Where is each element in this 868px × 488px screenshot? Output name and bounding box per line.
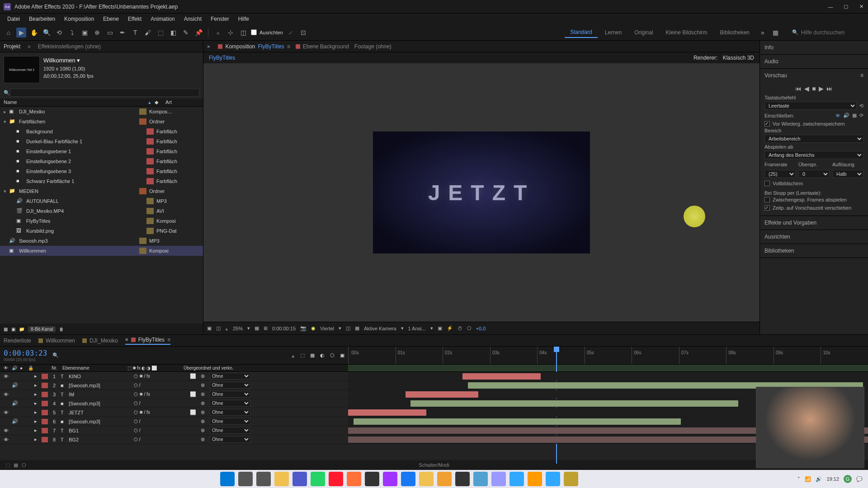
layer-3d-icon[interactable]: ⬜ <box>190 391 199 397</box>
menu-fenster[interactable]: Fenster <box>207 15 233 23</box>
pen-tool[interactable]: ✒ <box>118 28 127 38</box>
color-swatch[interactable] <box>146 168 154 174</box>
parent-select[interactable]: Ohne <box>210 382 250 389</box>
parent-select[interactable]: Ohne <box>210 373 250 380</box>
selection-tool[interactable]: ▶ <box>16 28 26 38</box>
move-time-checkbox[interactable] <box>764 205 770 211</box>
toggle-brainstorm-icon[interactable]: ⬡ <box>22 462 26 468</box>
layer-name[interactable]: BG1 <box>69 428 132 433</box>
toggle-switches-icon[interactable]: ⬚ <box>5 462 10 468</box>
cached-frames-checkbox[interactable] <box>764 197 770 202</box>
resolution-dropdown[interactable]: Viertel <box>320 326 334 331</box>
layer-color-swatch[interactable] <box>42 401 48 406</box>
taskbar-obs-icon[interactable] <box>455 472 470 486</box>
workspace-settings-icon[interactable]: ▦ <box>770 28 780 38</box>
layer-color-swatch[interactable] <box>42 437 48 442</box>
audio-col-icon[interactable]: 🔊 <box>12 366 18 371</box>
layer-name[interactable]: BG2 <box>69 437 132 442</box>
exposure-value[interactable]: +0,0 <box>476 326 486 331</box>
taskbar-ae-icon[interactable] <box>491 472 506 486</box>
play-from-select[interactable]: Anfang des Bereichs <box>764 151 863 159</box>
layer-row[interactable]: 👁▸7TBG1⬡ /⊚Ohne <box>0 426 868 435</box>
eraser-tool[interactable]: ◧ <box>168 28 178 38</box>
layer-audio-icon[interactable]: 🔊 <box>12 400 18 406</box>
project-item[interactable]: 🖼Kursbild.pngPNG-Dat <box>0 226 203 236</box>
pan-behind-tool[interactable]: ⊕ <box>92 28 102 38</box>
panel-libraries[interactable]: Bibliotheken <box>760 246 868 256</box>
switch-3d-icon[interactable]: ⬜ <box>151 366 157 371</box>
switch-modes-toggle[interactable]: Schalter/Modi <box>419 462 449 468</box>
grid-toggle-icon[interactable]: ⊞ <box>264 325 268 331</box>
layer-visibility-icon[interactable]: 👁 <box>4 428 10 433</box>
fast-preview-icon[interactable]: ⚡ <box>447 325 453 331</box>
orbit-tool[interactable]: ⟲ <box>54 28 64 38</box>
taskbar-ai-icon[interactable] <box>528 472 542 486</box>
project-item[interactable]: 🔊AUTOUNFALLMP3 <box>0 196 203 206</box>
layer-row[interactable]: 👁▸3TIM⬡ ✱ / fx⬜⊚Ohne <box>0 390 868 399</box>
composition-viewer[interactable]: JETZT ↖ <box>203 63 760 322</box>
menu-ebene[interactable]: Ebene <box>99 15 123 23</box>
color-swatch[interactable] <box>139 188 146 194</box>
flowchart-icon[interactable]: ⬡ <box>467 325 472 331</box>
tab-project[interactable]: Projekt <box>4 43 20 50</box>
anchor-icon[interactable]: ⊹ <box>226 28 236 38</box>
parent-select[interactable]: Ohne <box>210 427 250 434</box>
solo-col-icon[interactable]: ● <box>20 366 26 371</box>
zoom-chevron-icon[interactable]: ▾ <box>247 325 250 331</box>
res-select[interactable]: Halb <box>832 170 863 178</box>
home-tool[interactable]: ⌂ <box>4 28 14 38</box>
switch-blur-icon[interactable]: ◐ <box>142 366 146 371</box>
transparency-icon[interactable]: ▦ <box>355 325 359 331</box>
ruler-tick[interactable]: 06s <box>632 347 679 364</box>
layer-switches[interactable]: ⬡ ✱ / fx <box>134 374 188 379</box>
close-button[interactable]: ✕ <box>858 4 864 10</box>
taskbar-whatsapp-icon[interactable] <box>311 472 325 486</box>
layer-row[interactable]: 👁▸8TBG2⬡ /⊚Ohne <box>0 435 868 444</box>
ruler-tick[interactable]: 10s <box>821 347 868 364</box>
tray-notifications-icon[interactable]: 💬 <box>856 476 863 482</box>
eye-col-icon[interactable]: 👁 <box>4 366 10 371</box>
breadcrumb[interactable]: FlyByTitles <box>209 55 235 61</box>
zoom-dropdown[interactable]: 25% <box>233 326 243 331</box>
layer-switches[interactable]: ⬡ / <box>134 419 188 424</box>
layer-name[interactable]: IM <box>69 392 132 397</box>
puppet-tool[interactable]: 📌 <box>193 28 203 38</box>
taskbar-app2-icon[interactable] <box>437 472 452 486</box>
color-swatch[interactable] <box>146 138 154 145</box>
parent-select[interactable]: Ohne <box>210 436 250 443</box>
tab-effect-settings[interactable]: Effekteinstellungen (ohne) <box>38 43 101 50</box>
switch-shy-icon[interactable]: ⬚ <box>127 366 132 371</box>
taskbar-notepad-icon[interactable] <box>473 472 488 486</box>
taskbar-explorer-icon[interactable] <box>274 472 289 486</box>
last-frame-button[interactable]: ⏭ <box>826 85 833 92</box>
toggle-mask-icon[interactable]: ◫ <box>216 325 221 331</box>
close-tab-icon[interactable]: × <box>125 337 128 343</box>
layer-expand-icon[interactable]: ▸ <box>34 436 40 442</box>
comp-tab[interactable]: Komposition FlyByTitles ≡ <box>218 43 290 50</box>
color-swatch[interactable] <box>146 178 154 184</box>
project-item[interactable]: ■Einstellungsebene 1Farbfläch <box>0 146 203 156</box>
ruler-tick[interactable]: 03s <box>490 347 538 364</box>
taskbar-facebook-icon[interactable] <box>401 472 415 486</box>
roi-icon[interactable]: ◫ <box>346 325 350 331</box>
layer-expand-icon[interactable]: ▸ <box>34 373 40 379</box>
pickwhip-icon[interactable]: ⊚ <box>201 418 208 424</box>
timeline-icon[interactable]: ⏱ <box>458 326 462 331</box>
layer-visibility-icon[interactable]: 👁 <box>4 437 10 442</box>
timeline-tab[interactable]: Renderliste <box>4 338 31 344</box>
lock-col-icon[interactable]: 🔒 <box>28 366 34 371</box>
workspace-bibliotheken[interactable]: Bibliotheken <box>715 28 755 38</box>
project-item[interactable]: ■Einstellungsebene 2Farbfläch <box>0 156 203 166</box>
ruler-tick[interactable]: 01s <box>396 347 443 364</box>
pickwhip-icon[interactable]: ⊚ <box>201 436 208 442</box>
pickwhip-icon[interactable]: ⊚ <box>201 400 208 406</box>
color-swatch[interactable] <box>146 198 154 204</box>
layer-color-swatch[interactable] <box>42 383 48 388</box>
pickwhip-icon[interactable]: ⊚ <box>201 382 208 388</box>
maximize-button[interactable]: ▢ <box>843 4 849 10</box>
views-dropdown[interactable]: 1 Ansi... <box>408 326 426 331</box>
color-swatch[interactable] <box>146 128 154 135</box>
brainstorm-icon[interactable]: ⬡ <box>330 352 335 358</box>
tray-wifi-icon[interactable]: 📶 <box>805 476 811 482</box>
layer-name[interactable]: JETZT <box>69 410 132 415</box>
